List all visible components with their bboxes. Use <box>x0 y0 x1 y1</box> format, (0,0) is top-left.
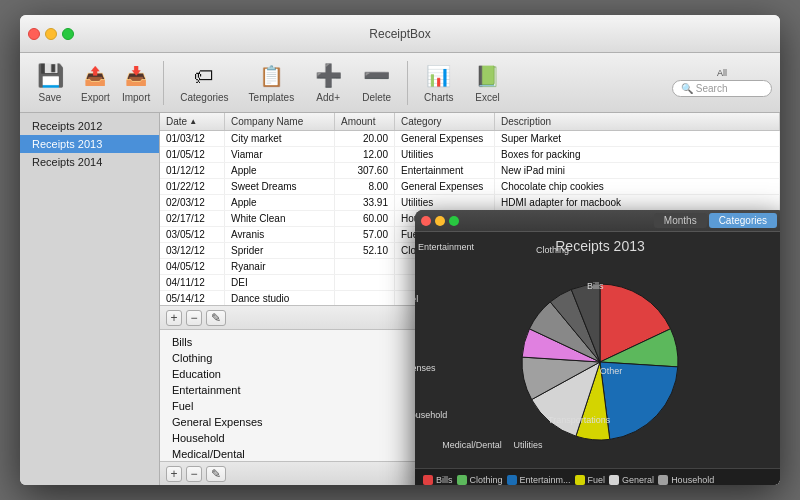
import-button[interactable]: 📥 Import <box>117 58 155 107</box>
delete-label: Delete <box>362 92 391 103</box>
col-category[interactable]: Category <box>395 113 495 130</box>
categories-icon: 🏷 <box>190 62 218 90</box>
categories-button[interactable]: 🏷 Categories <box>172 58 236 107</box>
table-row[interactable]: 01/12/12 Apple 307.60 Entertainment New … <box>160 163 780 179</box>
remove-category-button[interactable]: − <box>186 310 202 326</box>
titlebar: ReceiptBox <box>20 15 780 53</box>
cell-amount <box>335 259 395 274</box>
charts-button[interactable]: 📊 Charts <box>416 58 461 107</box>
table-row[interactable]: 01/05/12 Viamar 12.00 Utilities Boxes fo… <box>160 147 780 163</box>
cell-company: Apple <box>225 163 335 178</box>
col-description[interactable]: Description <box>495 113 780 130</box>
bottom-add-button[interactable]: + <box>166 466 182 482</box>
sidebar-section: Receipts 2012 Receipts 2013 Receipts 201… <box>20 113 159 175</box>
templates-button[interactable]: 📋 Templates <box>241 58 303 107</box>
cell-amount <box>335 275 395 290</box>
add-label: Add+ <box>316 92 340 103</box>
cell-company: Sweet Dreams <box>225 179 335 194</box>
cell-desc: Chocolate chip cookies <box>495 179 780 194</box>
toolbar: 💾 Save 📤 Export 📥 Import 🏷 Categories 📋 … <box>20 53 780 113</box>
cell-company: White Clean <box>225 211 335 226</box>
delete-button[interactable]: ➖ Delete <box>354 58 399 107</box>
chart-minimize-button[interactable] <box>435 216 445 226</box>
add-button[interactable]: ➕ Add+ <box>306 58 350 107</box>
legend-dot <box>507 475 517 485</box>
charts-label: Charts <box>424 92 453 103</box>
chart-tabs: Months Categories <box>654 213 777 228</box>
excel-icon: 📗 <box>474 62 502 90</box>
templates-label: Templates <box>249 92 295 103</box>
close-button[interactable] <box>28 28 40 40</box>
tab-months[interactable]: Months <box>654 213 707 228</box>
pie-label: Medical/Dental <box>442 440 502 450</box>
cell-category: General Expenses <box>395 131 495 146</box>
sort-arrow: ▲ <box>189 117 197 126</box>
table-header: Date ▲ Company Name Amount Category Desc… <box>160 113 780 131</box>
pie-label: Fuel <box>415 294 418 304</box>
cell-date: 04/11/12 <box>160 275 225 290</box>
col-date[interactable]: Date ▲ <box>160 113 225 130</box>
legend-label: Fuel <box>588 475 606 485</box>
chart-maximize-button[interactable] <box>449 216 459 226</box>
charts-icon: 📊 <box>425 62 453 90</box>
cell-category: Entertainment <box>395 163 495 178</box>
cell-company: Avranis <box>225 227 335 242</box>
cell-company: DEI <box>225 275 335 290</box>
cell-amount: 307.60 <box>335 163 395 178</box>
all-label: All <box>717 68 727 78</box>
import-label: Import <box>122 92 150 103</box>
legend-dot <box>575 475 585 485</box>
cell-desc: Boxes for packing <box>495 147 780 162</box>
cell-company: Apple <box>225 195 335 210</box>
cell-date: 03/12/12 <box>160 243 225 258</box>
cell-company: City market <box>225 131 335 146</box>
maximize-button[interactable] <box>62 28 74 40</box>
sidebar: Receipts 2012 Receipts 2013 Receipts 201… <box>20 113 160 485</box>
cell-date: 02/03/12 <box>160 195 225 210</box>
cell-amount: 8.00 <box>335 179 395 194</box>
bottom-remove-button[interactable]: − <box>186 466 202 482</box>
add-icon: ➕ <box>314 62 342 90</box>
export-button[interactable]: 📤 Export <box>76 58 115 107</box>
sep2 <box>407 61 408 105</box>
minimize-button[interactable] <box>45 28 57 40</box>
add-category-button[interactable]: + <box>166 310 182 326</box>
table-row[interactable]: 02/03/12 Apple 33.91 Utilities HDMI adap… <box>160 195 780 211</box>
window-title: ReceiptBox <box>369 27 430 41</box>
save-button[interactable]: 💾 Save <box>28 58 72 107</box>
legend-item: General <box>609 475 654 485</box>
edit-category-button[interactable]: ✎ <box>206 310 226 326</box>
legend-label: Entertainm... <box>520 475 571 485</box>
legend-dot <box>609 475 619 485</box>
cell-amount: 33.91 <box>335 195 395 210</box>
cell-date: 05/14/12 <box>160 291 225 305</box>
chart-close-button[interactable] <box>421 216 431 226</box>
sidebar-item-receipts-2014[interactable]: Receipts 2014 <box>20 153 159 171</box>
search-input[interactable]: 🔍 Search <box>672 80 772 97</box>
legend-label: Clothing <box>470 475 503 485</box>
tab-categories[interactable]: Categories <box>709 213 777 228</box>
legend-label: General <box>622 475 654 485</box>
categories-label: Categories <box>180 92 228 103</box>
sidebar-item-receipts-2012[interactable]: Receipts 2012 <box>20 117 159 135</box>
sidebar-item-receipts-2013[interactable]: Receipts 2013 <box>20 135 159 153</box>
cell-date: 04/05/12 <box>160 259 225 274</box>
bottom-edit-button[interactable]: ✎ <box>206 466 226 482</box>
templates-icon: 📋 <box>257 62 285 90</box>
table-row[interactable]: 01/22/12 Sweet Dreams 8.00 General Expen… <box>160 179 780 195</box>
cell-amount <box>335 291 395 305</box>
pie-label: General Expenses <box>415 363 436 373</box>
excel-button[interactable]: 📗 Excel <box>466 58 510 107</box>
cell-amount: 57.00 <box>335 227 395 242</box>
legend-item: Fuel <box>575 475 606 485</box>
cell-desc: Super Market <box>495 131 780 146</box>
col-amount[interactable]: Amount <box>335 113 395 130</box>
cell-category: Utilities <box>395 195 495 210</box>
import-icon: 📥 <box>122 62 150 90</box>
legend-item: Bills <box>423 475 453 485</box>
cell-date: 03/05/12 <box>160 227 225 242</box>
table-row[interactable]: 01/03/12 City market 20.00 General Expen… <box>160 131 780 147</box>
traffic-lights <box>28 28 74 40</box>
pie-label: Household <box>415 410 447 420</box>
col-company[interactable]: Company Name <box>225 113 335 130</box>
